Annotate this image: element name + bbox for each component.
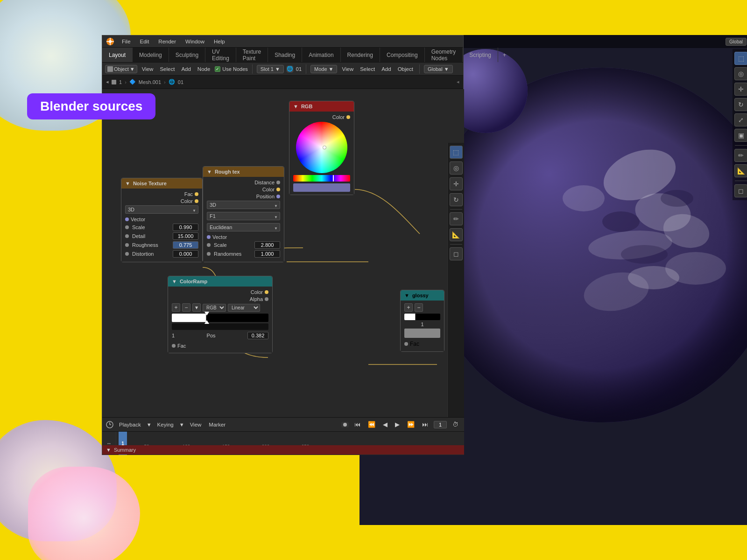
tab-sculpting[interactable]: Sculpting [169, 48, 205, 62]
mode-btn2[interactable]: Mode ▼ [310, 65, 337, 73]
rgb-hue-slider[interactable] [293, 175, 350, 182]
viewport-global-btn[interactable]: Global [726, 38, 747, 46]
tab-add-button[interactable]: + [498, 48, 511, 62]
rt-select-btn[interactable]: ⬚ [450, 146, 463, 159]
rgb-hue-bar[interactable] [293, 175, 350, 182]
noise-color-socket[interactable] [195, 199, 198, 203]
tab-uv-editing[interactable]: UV Editing [205, 48, 236, 62]
toolbar-select[interactable]: Select [158, 65, 176, 73]
cr-pos-value[interactable]: 0.382 [247, 332, 268, 339]
rough-dim-select-wrapper[interactable]: 3D 2D [207, 201, 280, 210]
menu-file[interactable]: File [120, 38, 133, 45]
toolbar-select2[interactable]: Select [358, 65, 377, 73]
noise-roughness-socket[interactable] [125, 243, 129, 247]
timeline-view[interactable]: View [188, 421, 204, 428]
mode-selector[interactable]: Object ▼ [105, 65, 137, 73]
noise-distortion-value[interactable]: 0.000 [173, 250, 198, 258]
rough-randomness-row[interactable]: Randomnes 1.000 [207, 250, 280, 258]
annotate-btn[interactable]: ✏ [734, 149, 747, 162]
rough-position-socket[interactable] [276, 195, 280, 198]
jump-start-btn[interactable]: ⏮ [352, 420, 362, 429]
toolbar-add2[interactable]: Add [380, 65, 393, 73]
scale-btn[interactable]: ⤢ [734, 113, 747, 126]
rough-tex-node[interactable]: ▼ Rough tex Distance Color Position [203, 166, 284, 262]
step-fwd-btn[interactable]: ⏩ [405, 420, 416, 429]
cr-alpha-socket[interactable] [265, 297, 268, 301]
play-back-btn[interactable]: ◀ [381, 420, 389, 429]
color-strip-marker-top[interactable] [204, 312, 209, 315]
step-back-btn[interactable]: ⏪ [366, 420, 377, 429]
glossy-fac-socket[interactable] [404, 342, 408, 346]
rough-distance-socket[interactable] [276, 181, 280, 184]
tab-geometry-nodes[interactable]: Geometry Nodes [425, 48, 463, 62]
move-btn[interactable]: ✛ [734, 83, 747, 96]
rgb-node[interactable]: ▼ RGB Color [289, 101, 354, 195]
timeline-keying[interactable]: Keying [155, 421, 176, 428]
glossy-color-strip[interactable] [404, 314, 440, 320]
cursor-btn[interactable]: ◎ [734, 67, 747, 80]
timeline-marker[interactable]: Marker [207, 421, 227, 428]
cr-add-btn[interactable]: + [172, 303, 180, 312]
rough-mode-select-wrapper[interactable]: F1 F2 [207, 212, 280, 222]
panel-toggle-btn[interactable]: ◂ [457, 79, 459, 85]
noise-dim-select-wrapper[interactable]: 3D 2D 1D 4D [125, 205, 198, 215]
rt-paint-btn[interactable]: ✏ [450, 212, 463, 225]
noise-vector-socket[interactable] [125, 217, 129, 221]
play-btn[interactable]: ▶ [393, 420, 402, 429]
slot-selector[interactable]: Slot 1 ▼ [257, 65, 284, 73]
select-tool-btn[interactable]: ⬚ [734, 52, 747, 65]
cr-interp-select[interactable]: Linear Ease Cardinal B-Spline Constant [228, 304, 260, 312]
toolbar-node[interactable]: Node [196, 65, 212, 73]
current-frame-display[interactable]: 1 [434, 421, 447, 428]
use-nodes-checkbox[interactable]: ✓ [215, 66, 220, 72]
rt-cursor-btn[interactable]: ◎ [450, 161, 463, 175]
rt-move-btn[interactable]: ✛ [450, 177, 463, 190]
noise-distortion-row[interactable]: Distortion 0.000 [125, 250, 198, 258]
rt-cube-btn[interactable]: ◻ [450, 247, 463, 260]
noise-roughness-row[interactable]: Roughness 0.775 [125, 241, 198, 249]
noise-detail-value[interactable]: 15.000 [173, 232, 198, 240]
cr-remove-btn[interactable]: − [182, 303, 190, 312]
rough-rand-socket[interactable] [207, 252, 211, 256]
timer-btn[interactable]: ⏱ [451, 420, 460, 429]
rgb-wheel-cursor[interactable] [323, 146, 326, 149]
cr-rgb-select[interactable]: RGB HSV HSL [203, 304, 226, 312]
tab-texture-paint[interactable]: Texture Paint [236, 48, 268, 62]
rt-rotate-btn[interactable]: ↻ [450, 193, 463, 206]
menu-window[interactable]: Window [183, 38, 206, 45]
timeline-playback[interactable]: Playback [117, 421, 143, 428]
jump-end-btn[interactable]: ⏭ [420, 420, 430, 429]
rgb-color-socket[interactable] [346, 115, 350, 119]
toolbar-view2[interactable]: View [340, 65, 355, 73]
noise-fac-socket[interactable] [195, 192, 198, 196]
rough-rand-value[interactable]: 1.000 [254, 250, 280, 258]
noise-detail-row[interactable]: Detail 15.000 [125, 232, 198, 240]
rotate-btn[interactable]: ↻ [734, 98, 747, 111]
global-btn[interactable]: Global ▼ [424, 65, 453, 73]
toolbar-add[interactable]: Add [179, 65, 192, 73]
rough-dim-select[interactable]: 3D 2D [207, 201, 280, 209]
rough-scale-socket[interactable] [207, 243, 211, 247]
glossy-node[interactable]: ▼ glossy + − 1 Fac [400, 290, 444, 352]
add-cube-btn[interactable]: ◻ [734, 184, 747, 197]
rough-scale-value[interactable]: 2.800 [254, 241, 280, 249]
menu-edit[interactable]: Edit [138, 38, 151, 45]
tab-modeling[interactable]: Modeling [133, 48, 169, 62]
tab-compositing[interactable]: Compositing [380, 48, 425, 62]
toolbar-view[interactable]: View [140, 65, 155, 73]
world-icon[interactable]: 🌐 [287, 66, 293, 72]
rough-dist-select-wrapper[interactable]: Euclidean Manhattan Chebychev [207, 223, 280, 233]
transform-btn[interactable]: ▣ [734, 129, 747, 142]
cr-fac-socket[interactable] [172, 344, 176, 348]
summary-arrow[interactable]: ▼ [106, 447, 111, 453]
toolbar-object2[interactable]: Object [396, 65, 415, 73]
rough-dist-select[interactable]: Euclidean Manhattan Chebychev [207, 223, 280, 231]
tab-scripting[interactable]: Scripting [463, 48, 498, 62]
rgb-color-wheel[interactable] [296, 122, 347, 173]
glossy-add-btn[interactable]: + [404, 303, 413, 312]
noise-roughness-value[interactable]: 0.775 [173, 241, 198, 249]
noise-scale-value[interactable]: 0.990 [173, 224, 198, 231]
rt-measure-btn[interactable]: 📐 [450, 228, 463, 241]
noise-detail-socket[interactable] [125, 234, 129, 238]
noise-dim-select[interactable]: 3D 2D 1D 4D [125, 205, 198, 214]
